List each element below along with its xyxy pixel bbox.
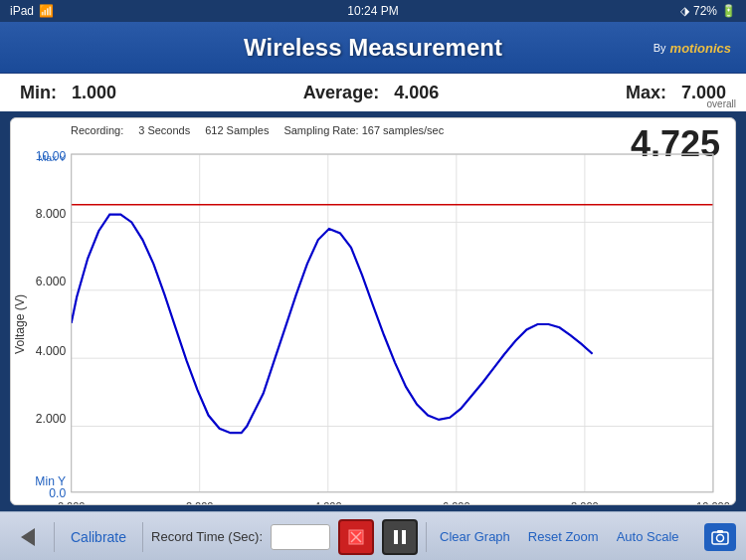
svg-text:2.000: 2.000: [36, 412, 67, 426]
pause-button[interactable]: [382, 519, 418, 555]
svg-text:10.000: 10.000: [696, 501, 730, 505]
auto-scale-button[interactable]: Auto Scale: [612, 529, 684, 544]
avg-label: Average:: [303, 83, 379, 102]
record-button[interactable]: [338, 519, 374, 555]
recording-value: 3 Seconds: [138, 124, 190, 136]
svg-text:Max Y: Max Y: [38, 152, 66, 163]
chart-info: Recording: 3 Seconds 612 Samples Samplin…: [71, 124, 725, 136]
record-time-label: Record Time (Sec):: [151, 529, 263, 544]
reset-zoom-button[interactable]: Reset Zoom: [523, 529, 604, 544]
clear-graph-button[interactable]: Clear Graph: [435, 529, 515, 544]
bluetooth-icon: ⬗: [680, 4, 689, 18]
battery-icon: 🔋: [721, 4, 736, 18]
recording-label: Recording:: [71, 124, 123, 136]
avg-value: 4.006: [394, 83, 439, 102]
avg-stat: Average: 4.006: [303, 83, 439, 103]
ipad-label: iPad: [10, 4, 34, 18]
chart-svg[interactable]: 10.00 Max Y 8.000 6.000 4.000 2.000 Min …: [11, 143, 735, 505]
svg-rect-0: [72, 149, 713, 489]
divider-3: [426, 522, 427, 552]
svg-text:8.000: 8.000: [36, 207, 67, 221]
record-time-input[interactable]: [271, 524, 330, 550]
divider-2: [142, 522, 143, 552]
battery-level: 72%: [693, 4, 717, 18]
time-display: 10:24 PM: [347, 4, 398, 18]
camera-button[interactable]: [704, 523, 736, 551]
waveform-line: [72, 215, 593, 433]
sampling-rate: Sampling Rate: 167 samples/sec: [283, 124, 444, 136]
brand-name: motionics: [670, 40, 731, 55]
calibrate-button[interactable]: Calibrate: [63, 529, 134, 545]
back-button[interactable]: [10, 519, 46, 555]
bottom-toolbar: Calibrate Record Time (Sec): Clear Graph…: [0, 511, 746, 560]
svg-text:6.000: 6.000: [36, 275, 67, 288]
svg-text:2.000: 2.000: [186, 501, 214, 505]
svg-text:Voltage (V): Voltage (V): [13, 294, 27, 354]
chart-container: Recording: 3 Seconds 612 Samples Samplin…: [10, 117, 736, 505]
svg-marker-30: [21, 528, 35, 546]
samples-value: 612 Samples: [205, 124, 269, 136]
svg-text:4.000: 4.000: [314, 501, 342, 505]
min-stat: Min: 1.000: [20, 83, 116, 103]
svg-text:8.000: 8.000: [571, 501, 599, 505]
brand-prefix: By: [653, 42, 666, 54]
stats-bar: Min: 1.000 Average: 4.006 Max: 7.000 ove…: [0, 74, 746, 111]
min-value: 1.000: [72, 83, 116, 102]
svg-rect-35: [402, 530, 406, 544]
wifi-icon: 📶: [39, 4, 54, 18]
status-bar: iPad 📶 10:24 PM ⬗ 72% 🔋: [0, 0, 746, 22]
brand-logo: By motionics: [653, 40, 731, 55]
overall-label: overall: [707, 98, 736, 109]
svg-text:0.0: 0.0: [49, 486, 66, 500]
app-title: Wireless Measurement: [244, 34, 502, 62]
min-label: Min:: [20, 83, 57, 102]
svg-text:4.000: 4.000: [36, 344, 67, 358]
app-header: Wireless Measurement By motionics: [0, 22, 746, 74]
svg-text:0.000: 0.000: [58, 501, 86, 505]
max-label: Max:: [626, 83, 666, 102]
svg-rect-34: [394, 530, 398, 544]
divider-1: [54, 522, 55, 552]
svg-text:6.000: 6.000: [443, 501, 470, 505]
svg-point-37: [717, 534, 724, 541]
svg-rect-38: [717, 530, 723, 533]
